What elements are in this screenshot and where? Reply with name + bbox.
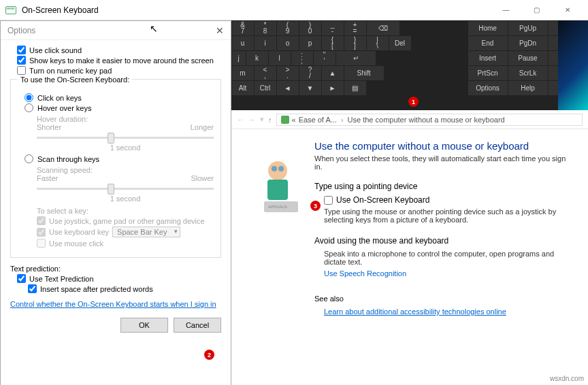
window-title: On-Screen Keyboard: [22, 5, 99, 15]
osk-key[interactable]: p: [299, 36, 321, 50]
osk-menu-key[interactable]: ▤: [344, 81, 366, 95]
osk-home-key[interactable]: Home: [468, 21, 508, 35]
svg-text:APPUALS: APPUALS: [268, 205, 287, 209]
osk-key[interactable]: "': [314, 51, 336, 65]
options-close-button[interactable]: ✕: [216, 25, 224, 36]
speech-recognition-link[interactable]: Use Speech Recognition: [324, 269, 406, 278]
osk-key[interactable]: *8: [255, 21, 276, 35]
osk-key[interactable]: |\: [367, 36, 389, 50]
osk-key[interactable]: k: [246, 51, 268, 65]
osk-key[interactable]: m: [232, 66, 254, 80]
page-heading: Use the computer without a mouse or keyb…: [314, 140, 574, 152]
scanning-speed-slider: [37, 182, 214, 195]
osk-key[interactable]: u: [232, 36, 254, 50]
see-also-label: See also: [314, 295, 574, 303]
options-title: Options: [7, 26, 35, 35]
osk-left-key[interactable]: ◄: [277, 81, 299, 95]
osk-key[interactable]: (9: [277, 21, 299, 35]
control-panel-window: ← → ▾ ↑ « Ease of A... › Use the compute…: [231, 110, 588, 385]
watermark: wsxdn.com: [550, 375, 584, 382]
options-dialog: Options ✕ Use click sound Show keys to m…: [0, 20, 231, 385]
osk-key[interactable]: <,: [255, 66, 276, 80]
titlebar: On-Screen Keyboard — ▢ ✕: [0, 0, 588, 20]
up-button[interactable]: ↑: [268, 116, 272, 124]
osk-key[interactable]: &7: [232, 21, 254, 35]
osk-backspace-key[interactable]: ⌫: [367, 21, 399, 35]
breadcrumb[interactable]: « Ease of A... › Use the computer withou…: [276, 114, 583, 126]
group-label: To use the On-Screen Keyboard:: [18, 76, 132, 84]
osk-key[interactable]: j: [232, 51, 246, 65]
osk-pgdn-key[interactable]: PgDn: [508, 36, 548, 50]
insert-space-checkbox[interactable]: Insert space after predicted words: [28, 284, 221, 293]
numeric-pad-checkbox[interactable]: Turn on numeric key pad: [17, 66, 221, 75]
osk-key[interactable]: {[: [322, 36, 344, 50]
minimize-button[interactable]: —: [491, 0, 521, 20]
click-sound-checkbox[interactable]: Use click sound: [17, 46, 221, 54]
osk-pgup-key[interactable]: PgUp: [508, 21, 548, 35]
scanning-speed-label: Scanning speed:: [37, 166, 214, 174]
address-bar: ← → ▾ ↑ « Ease of A... › Use the compute…: [231, 110, 588, 129]
close-button[interactable]: ✕: [552, 0, 583, 20]
cancel-button[interactable]: Cancel: [174, 318, 221, 333]
use-osk-group: To use the On-Screen Keyboard: Click on …: [10, 79, 221, 258]
osk-icon: [5, 6, 16, 14]
use-mouse-click-checkbox: Use mouse click: [37, 239, 214, 248]
section-avoid-mouse: Avoid using the mouse and keyboard: [314, 236, 574, 246]
osk-options-key[interactable]: Options: [468, 81, 508, 95]
osk-key[interactable]: _-: [322, 21, 344, 35]
use-joystick-checkbox: Use joystick, game pad or other gaming d…: [37, 216, 214, 225]
osk-key[interactable]: l: [269, 51, 291, 65]
osk-alt-key[interactable]: Alt: [232, 81, 254, 95]
use-keyboard-key-checkbox: Use keyboard key Space Bar Key: [37, 227, 214, 237]
click-on-keys-radio[interactable]: Click on keys: [24, 93, 214, 102]
osk-help-key[interactable]: Help: [508, 81, 548, 95]
osk-scrlk-key[interactable]: ScrLk: [508, 66, 548, 80]
osk-insert-key[interactable]: Insert: [468, 51, 508, 65]
osk-end-key[interactable]: End: [468, 36, 508, 50]
osk-key[interactable]: i: [255, 36, 276, 50]
osk-key[interactable]: :;: [291, 51, 313, 65]
hover-duration-slider: [37, 131, 214, 144]
osk-key[interactable]: o: [277, 36, 299, 50]
osk-key[interactable]: +=: [344, 21, 366, 35]
hover-duration-block: Hover duration: ShorterLonger 1 second: [37, 115, 214, 152]
osk-right-key[interactable]: ►: [322, 81, 344, 95]
options-titlebar: Options ✕: [1, 21, 231, 40]
hover-duration-label: Hover duration:: [37, 115, 214, 123]
osk-ctrl-key[interactable]: Ctrl: [255, 81, 276, 95]
badge-1: 1: [408, 97, 419, 107]
hover-over-keys-radio[interactable]: Hover over keys: [24, 103, 214, 112]
control-startup-link[interactable]: Control whether the On-Screen Keyboard s…: [10, 300, 216, 308]
osk-down-key[interactable]: ▼: [299, 81, 321, 95]
osk-prtscn-key[interactable]: PrtScn: [468, 66, 508, 80]
svg-point-0: [268, 161, 287, 180]
forward-button[interactable]: →: [248, 116, 256, 124]
use-text-prediction-checkbox[interactable]: Use Text Prediction: [17, 274, 221, 283]
osk-pause-key[interactable]: Pause: [508, 51, 548, 65]
osk-shift-key[interactable]: Shift: [344, 66, 384, 80]
show-keys-checkbox[interactable]: Show keys to make it easier to move arou…: [17, 56, 221, 65]
scan-through-radio[interactable]: Scan through keys: [24, 154, 214, 163]
badge-2: 2: [204, 350, 214, 360]
osk-key[interactable]: >.: [277, 66, 299, 80]
maximize-button[interactable]: ▢: [521, 0, 552, 20]
scanning-speed-block: Scanning speed: FasterSlower 1 second To…: [37, 166, 214, 248]
ok-button[interactable]: OK: [120, 318, 168, 333]
osk-description: Type using the mouse or another pointing…: [324, 207, 574, 224]
back-button[interactable]: ←: [237, 116, 244, 124]
svg-rect-1: [267, 180, 288, 200]
badge-3: 3: [310, 201, 321, 211]
osk-key[interactable]: ?/: [299, 66, 321, 80]
learn-more-link[interactable]: Learn about additional accessibility tec…: [324, 307, 506, 316]
key-combo: Space Bar Key: [112, 227, 180, 237]
osk-key[interactable]: }]: [344, 36, 366, 50]
osk-key[interactable]: )0: [299, 21, 321, 35]
osk-up-key[interactable]: ▲: [322, 66, 344, 80]
ease-of-access-icon: [281, 116, 289, 124]
use-osk-checkbox[interactable]: Use On-Screen Keyboard: [324, 195, 574, 205]
osk-keyboard: &7 *8 (9 )0 _- += ⌫ Home PgUp Nav u i o …: [231, 20, 588, 110]
osk-enter-key[interactable]: ↵: [336, 51, 376, 65]
svg-point-2: [272, 166, 277, 171]
osk-del-key[interactable]: Del: [389, 36, 411, 50]
page-subtext: When you select these tools, they will a…: [314, 154, 574, 171]
